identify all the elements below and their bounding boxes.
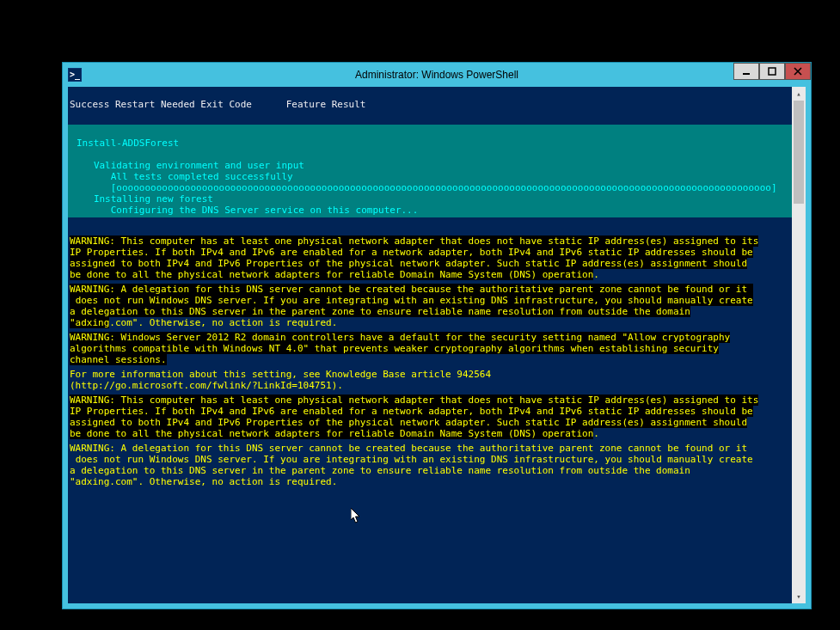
icon-glyph: >_ bbox=[70, 70, 80, 79]
progress-bar: [ooooooooooooooooooooooooooooooooooooooo… bbox=[70, 182, 777, 193]
console-output[interactable]: Success Restart Needed Exit Code Feature… bbox=[68, 87, 792, 603]
titlebar[interactable]: >_ Administrator: Windows PowerShell bbox=[63, 63, 811, 87]
maximize-button[interactable] bbox=[759, 63, 785, 80]
minimize-button[interactable] bbox=[733, 63, 759, 80]
warnings-block: WARNING: This computer has at least one … bbox=[68, 235, 792, 487]
warning-paragraph: WARNING: Windows Server 2012 R2 domain c… bbox=[68, 332, 792, 365]
console-client-area: Success Restart Needed Exit Code Feature… bbox=[68, 87, 806, 603]
window-buttons bbox=[733, 63, 811, 80]
progress-banner: Install-ADDSForest Validating environmen… bbox=[68, 125, 792, 217]
table-header: Success Restart Needed Exit Code Feature… bbox=[68, 99, 792, 110]
window-title: Administrator: Windows PowerShell bbox=[63, 69, 811, 81]
progress-command: Install-ADDSForest bbox=[70, 138, 179, 149]
powershell-window: >_ Administrator: Windows PowerShell Suc… bbox=[62, 62, 812, 609]
progress-blank bbox=[70, 149, 83, 160]
progress-line-tests: All tests completed successfully bbox=[70, 171, 293, 182]
scroll-up-button[interactable]: ▴ bbox=[792, 87, 806, 101]
progress-line-installing: Installing new forest bbox=[70, 193, 213, 205]
warning-paragraph: For more information about this setting,… bbox=[68, 369, 792, 391]
warning-paragraph: WARNING: A delegation for this DNS serve… bbox=[68, 443, 792, 487]
warning-paragraph: WARNING: This computer has at least one … bbox=[68, 395, 792, 439]
progress-line-validating: Validating environment and user input bbox=[70, 160, 304, 171]
close-button[interactable] bbox=[785, 63, 811, 80]
vertical-scrollbar[interactable]: ▴ ▾ bbox=[792, 87, 806, 603]
scroll-thumb[interactable] bbox=[794, 101, 804, 204]
warning-paragraph: WARNING: A delegation for this DNS serve… bbox=[68, 284, 792, 328]
scroll-down-button[interactable]: ▾ bbox=[792, 590, 806, 603]
svg-rect-0 bbox=[743, 73, 750, 75]
warning-paragraph: WARNING: This computer has at least one … bbox=[68, 235, 792, 280]
powershell-icon: >_ bbox=[68, 68, 82, 82]
progress-line-configuring: Configuring the DNS Server service on th… bbox=[70, 205, 418, 216]
svg-rect-1 bbox=[769, 68, 776, 75]
